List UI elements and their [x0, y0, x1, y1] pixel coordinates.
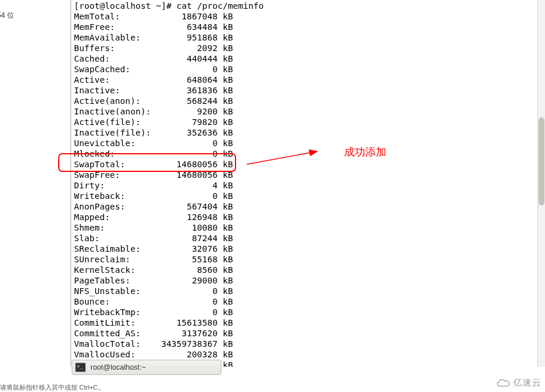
command-line: [root@localhost ~]# cat /proc/meminfo: [74, 1, 545, 11]
meminfo-row: Active(anon): 568244 kB: [74, 96, 545, 106]
meminfo-row: NFS_Unstable: 0 kB: [74, 286, 545, 296]
meminfo-row: Mlocked: 0 kB: [74, 148, 545, 159]
meminfo-row: Slab: 87244 kB: [74, 233, 545, 244]
meminfo-row: MemAvailable: 951868 kB: [74, 32, 545, 43]
meminfo-row: SwapCached: 0 kB: [74, 64, 545, 75]
terminal-scrollbar-thumb[interactable]: [539, 117, 544, 205]
cloud-icon: [495, 378, 512, 388]
left-fragment-text: 54 位: [0, 11, 14, 21]
meminfo-row: SReclaimable: 32076 kB: [74, 244, 545, 254]
meminfo-row: Dirty: 4 kB: [74, 180, 545, 191]
meminfo-row: SwapFree: 14680056 kB: [74, 170, 545, 180]
taskbar-item-label: root@localhost:~: [90, 363, 146, 371]
annotation-label: 成功添加: [344, 145, 386, 159]
meminfo-row: Active: 648064 kB: [74, 75, 545, 85]
meminfo-row: Inactive(anon): 9200 kB: [74, 106, 545, 117]
meminfo-row: Bounce: 0 kB: [74, 296, 545, 307]
meminfo-row: Inactive(file): 352636 kB: [74, 127, 545, 138]
terminal-scrollbar-track[interactable]: [537, 0, 545, 367]
terminal-output: [root@localhost ~]# cat /proc/meminfoMem…: [71, 1, 545, 367]
taskbar-terminal-item[interactable]: root@localhost:~: [72, 360, 221, 375]
meminfo-row: Unevictable: 0 kB: [74, 138, 545, 148]
meminfo-row: KernelStack: 8560 kB: [74, 265, 545, 275]
terminal-icon: [75, 363, 86, 372]
terminal-window[interactable]: [root@localhost ~]# cat /proc/meminfoMem…: [70, 0, 545, 367]
meminfo-row: Cached: 440444 kB: [74, 53, 545, 64]
meminfo-row: CommitLimit: 15613580 kB: [74, 317, 545, 328]
meminfo-row: Inactive: 361836 kB: [74, 85, 545, 96]
meminfo-row: Writeback: 0 kB: [74, 191, 545, 201]
meminfo-row: Mapped: 126948 kB: [74, 212, 545, 222]
meminfo-row: VmallocUsed: 200328 kB: [74, 349, 545, 360]
taskbar: root@localhost:~: [72, 359, 221, 376]
meminfo-row: Buffers: 2092 kB: [74, 43, 545, 53]
meminfo-row: Active(file): 79820 kB: [74, 117, 545, 127]
meminfo-row: AnonPages: 567404 kB: [74, 201, 545, 212]
meminfo-row: MemTotal: 1867048 kB: [74, 11, 545, 22]
meminfo-row: PageTables: 29000 kB: [74, 275, 545, 286]
meminfo-row: MemFree: 634484 kB: [74, 22, 545, 32]
watermark: 亿速云: [495, 377, 541, 388]
bottom-hint-text: 请将鼠标指针移入其中或按 Ctrl+C。: [0, 383, 105, 392]
meminfo-row: Shmem: 10080 kB: [74, 222, 545, 233]
meminfo-row: Committed_AS: 3137620 kB: [74, 328, 545, 339]
meminfo-row: SUnreclaim: 55168 kB: [74, 254, 545, 265]
meminfo-row: WritebackTmp: 0 kB: [74, 307, 545, 317]
watermark-text: 亿速云: [513, 377, 541, 388]
meminfo-row: SwapTotal: 14680056 kB: [74, 159, 545, 170]
meminfo-row: VmallocTotal: 34359738367 kB: [74, 339, 545, 349]
